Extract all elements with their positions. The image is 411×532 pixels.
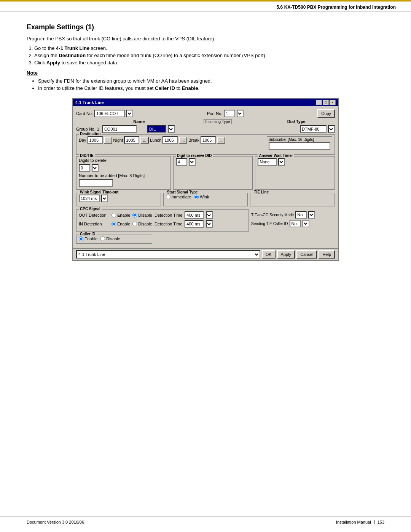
tie-line-label: TIE Line	[253, 190, 270, 194]
card-no-input[interactable]	[94, 110, 125, 117]
day-input[interactable]	[88, 136, 103, 144]
minimize-button[interactable]: _	[316, 100, 322, 105]
digit-receive-select[interactable]	[189, 158, 196, 166]
out-disable-radio[interactable]	[132, 213, 137, 217]
start-signal-group: Start Signal Type Immediate Wink	[163, 193, 248, 206]
dial-type-input[interactable]	[300, 125, 327, 133]
cancel-button[interactable]: Cancel	[296, 250, 317, 259]
out-det-time-select[interactable]	[206, 211, 213, 219]
caller-id-disable-option[interactable]: Disable	[100, 236, 120, 241]
header-title: 5.6 KX-TD500 PBX Programming for Inband …	[277, 5, 396, 10]
wink-label: Wink Signal Time-out	[79, 190, 119, 194]
out-enable-label: Enable	[117, 213, 130, 217]
out-det-time-input[interactable]	[185, 211, 204, 219]
note-heading: Note	[27, 70, 384, 76]
note-item-1: Specify the FDN for the extension group …	[38, 78, 384, 84]
out-disable-option[interactable]: Disable	[132, 213, 152, 217]
caller-id-label: Caller ID	[79, 232, 97, 236]
card-no-select[interactable]	[126, 110, 133, 117]
digits-delete-input[interactable]	[79, 164, 90, 172]
name-input[interactable]	[102, 125, 137, 133]
port-no-select[interactable]	[237, 110, 244, 117]
top-header: 5.6 KX-TD500 PBX Programming for Inband …	[0, 0, 411, 12]
copy-button[interactable]: Copy	[317, 109, 335, 118]
subscriber-input[interactable]	[269, 142, 331, 150]
incoming-type-input[interactable]	[147, 125, 166, 133]
start-signal-label: Start Signal Type	[166, 190, 199, 194]
in-detection-label: IN Detection	[79, 222, 109, 226]
caller-id-disable-label: Disable	[106, 236, 120, 241]
break-input[interactable]	[201, 136, 216, 144]
name-label: Name	[133, 119, 145, 124]
digits-delete-select[interactable]	[92, 164, 99, 172]
tie-co-security-label: TIE-to-CO Security Mode	[251, 213, 294, 217]
answer-wait-input[interactable]	[258, 158, 277, 166]
destination-inner: Day ... Night ... Lunch ... Break ...	[79, 136, 332, 151]
tie-line-content	[253, 195, 332, 202]
dial-type-select[interactable]	[328, 125, 335, 133]
sending-tie-row: Sending TIE Caller ID	[251, 220, 335, 227]
footer-page: 153	[374, 520, 384, 524]
step-2: Assign the Destination for each time mod…	[34, 53, 384, 58]
in-det-time-select[interactable]	[206, 220, 213, 228]
footer-right: Installation Manual 153	[336, 520, 384, 524]
lunch-input[interactable]	[162, 136, 178, 144]
apply-button[interactable]: Apply	[277, 250, 295, 259]
did-tie-group: DID/TIE Digits to delete Number to be ad…	[76, 156, 171, 190]
intro-text: Program the PBX so that all trunk (CO li…	[27, 36, 384, 42]
footer-manual: Installation Manual	[336, 520, 371, 524]
out-enable-option[interactable]: Enable	[112, 213, 130, 217]
port-no-input[interactable]	[224, 110, 235, 117]
caller-id-enable-label: Enable	[84, 236, 97, 241]
sending-tie-input[interactable]	[290, 220, 301, 227]
digit-receive-group: Digit to receive DID	[173, 156, 253, 190]
dialog-bottom: 4-1 Trunk Line OK Apply Cancel Help	[73, 248, 338, 260]
in-det-time-label: Detection Time	[155, 222, 182, 226]
wink-option[interactable]: Wink	[194, 195, 209, 199]
num-add-row: Number to be added [Max. 8 Digits]	[79, 173, 168, 178]
wink-input[interactable]	[79, 195, 100, 202]
digit-receive-row	[176, 158, 250, 166]
ok-button[interactable]: OK	[262, 250, 276, 259]
in-disable-radio[interactable]	[132, 222, 137, 226]
break-btn[interactable]: ...	[217, 137, 225, 144]
in-det-time-input[interactable]	[185, 220, 204, 228]
sending-tie-select[interactable]	[303, 220, 309, 227]
tie-co-security-select[interactable]	[308, 211, 315, 219]
footer-left: Document Version 3.0 2010/06	[27, 520, 84, 524]
caller-id-disable-radio[interactable]	[100, 236, 105, 241]
card-port-row: Card No. Port No. Copy	[76, 109, 335, 118]
help-button[interactable]: Help	[319, 250, 335, 259]
lunch-btn[interactable]: ...	[179, 137, 187, 144]
in-enable-radio[interactable]	[112, 222, 116, 226]
note-item-2: In order to utilize the Caller ID featur…	[38, 85, 384, 91]
answer-wait-select[interactable]	[278, 158, 285, 166]
maximize-button[interactable]: □	[323, 100, 329, 105]
bottom-select[interactable]: 4-1 Trunk Line	[76, 250, 260, 259]
wink-radio[interactable]	[194, 195, 199, 199]
cpc-label: CPC Signal	[79, 207, 102, 211]
incoming-type-select[interactable]	[168, 125, 175, 133]
note-list: Specify the FDN for the extension group …	[38, 78, 384, 91]
day-btn[interactable]: ...	[104, 137, 112, 144]
digit-receive-input[interactable]	[176, 158, 187, 166]
group-no-label: Group No.	[76, 127, 96, 131]
caller-id-enable-radio[interactable]	[79, 236, 83, 241]
digits-delete-label: Digits to delete	[79, 158, 107, 163]
out-det-time-label: Detection Time	[155, 213, 182, 217]
step-1: Go to the 4-1 Trunk Line screen.	[34, 45, 384, 51]
out-enable-radio[interactable]	[112, 213, 116, 217]
num-add-input[interactable]	[79, 179, 113, 187]
night-input[interactable]	[124, 136, 139, 144]
immediate-radio[interactable]	[166, 195, 170, 199]
wink-select[interactable]	[101, 195, 108, 202]
night-btn[interactable]: ...	[140, 137, 149, 144]
immediate-option[interactable]: Immediate	[166, 195, 191, 199]
caller-id-enable-option[interactable]: Enable	[79, 236, 97, 241]
in-enable-option[interactable]: Enable	[112, 222, 130, 226]
in-disable-option[interactable]: Disable	[132, 222, 152, 226]
close-button[interactable]: ×	[330, 100, 336, 105]
tie-co-security-input[interactable]	[295, 211, 307, 219]
did-digit-answer-row: DID/TIE Digits to delete Number to be ad…	[76, 156, 335, 191]
out-detection-label: OUT Detection	[79, 213, 109, 217]
